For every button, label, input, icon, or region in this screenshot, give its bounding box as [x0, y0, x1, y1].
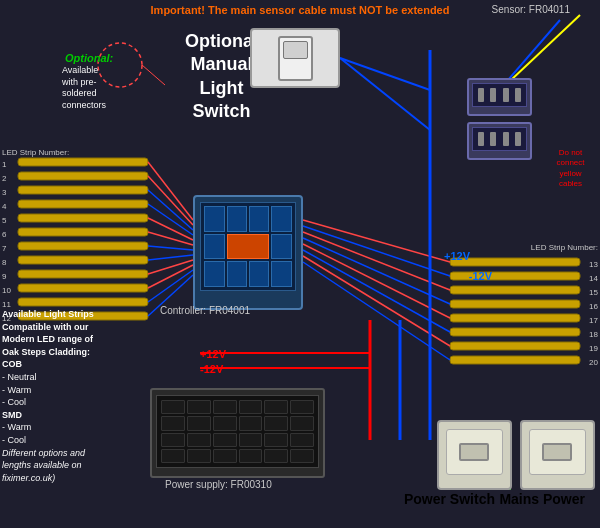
relay-pin	[490, 88, 496, 102]
mains-switch-button[interactable]	[542, 443, 572, 461]
ps-cell	[187, 416, 211, 430]
cool-item-1: - Cool	[2, 397, 26, 407]
controller-label: Controller: FR04001	[160, 305, 250, 316]
ps-cell	[187, 400, 211, 414]
footer-text: Different options andlengths available o…	[2, 448, 85, 483]
cob-label: COB	[2, 359, 22, 369]
switch-toggle[interactable]	[278, 36, 313, 81]
power-switch-box[interactable]	[437, 420, 512, 490]
power-supply-inner	[156, 395, 318, 468]
warning-banner: Important! The main sensor cable must NO…	[30, 4, 570, 16]
relay-inner-1	[472, 83, 527, 107]
plus12v-label-1: +12V	[200, 348, 226, 360]
main-title: OptionalManualLightSwitch	[185, 30, 258, 124]
ps-cell	[264, 416, 288, 430]
ps-cell	[161, 433, 185, 447]
ps-cell	[290, 449, 314, 463]
led-strip-number-label-left: LED Strip Number:	[2, 148, 69, 157]
cool-item-2: - Cool	[2, 435, 26, 445]
smd-label: SMD	[2, 410, 22, 420]
ps-cell	[264, 400, 288, 414]
light-switch-box[interactable]	[250, 28, 340, 88]
available-strips-title: Available Light StripsCompatible with ou…	[2, 309, 94, 357]
ps-cell	[213, 400, 237, 414]
minus12v-label: -12V	[200, 363, 223, 375]
relay-box-1	[467, 78, 532, 116]
ps-cell	[239, 416, 263, 430]
relay-pin	[515, 88, 521, 102]
ps-cell	[290, 433, 314, 447]
optional-label: Optional:	[65, 52, 113, 64]
optional-sub: Availablewith pre-solderedconnectors	[62, 65, 106, 112]
ps-cell	[161, 449, 185, 463]
ps-cell	[187, 433, 211, 447]
controller-box	[193, 195, 303, 310]
relay-pin	[478, 132, 484, 146]
relay-pin	[478, 88, 484, 102]
minus12v-label-2: -12V	[469, 270, 492, 282]
controller-inner	[200, 202, 295, 291]
power-switch-inner	[446, 429, 503, 475]
warm-item-2: - Warm	[2, 422, 31, 432]
neutral-item: - Neutral	[2, 372, 37, 382]
relay-box-2	[467, 122, 532, 160]
ps-cell	[264, 449, 288, 463]
ps-cell	[239, 449, 263, 463]
main-diagram: Important! The main sensor cable must NO…	[0, 0, 600, 528]
ps-cell	[161, 400, 185, 414]
ps-cell	[290, 416, 314, 430]
power-supply-box	[150, 388, 325, 478]
relay-pin	[503, 132, 509, 146]
power-switch-label: Power Switch	[404, 490, 495, 508]
ps-cell	[213, 433, 237, 447]
plus12v-label-2: +12V	[444, 250, 470, 262]
relay-inner-2	[472, 127, 527, 151]
available-strips-text: Available Light StripsCompatible with ou…	[2, 308, 132, 484]
mains-power-label: Mains Power	[499, 490, 585, 508]
ps-cell	[239, 400, 263, 414]
ps-cell	[213, 449, 237, 463]
ps-cell	[213, 416, 237, 430]
warm-item-1: - Warm	[2, 385, 31, 395]
power-supply-label: Power supply: FR00310	[165, 479, 272, 490]
sensor-label: Sensor: FR04011	[492, 4, 570, 15]
power-switch-button[interactable]	[459, 443, 489, 461]
ps-cell	[187, 449, 211, 463]
mains-power-box[interactable]	[520, 420, 595, 490]
ps-cell	[161, 416, 185, 430]
switch-nub	[283, 41, 308, 59]
led-numbers-right: 1314151617181920	[589, 258, 598, 370]
relay-pin	[490, 132, 496, 146]
relay-pin	[503, 88, 509, 102]
do-not-connect-label: Do notconnectyellowcables	[543, 148, 598, 190]
ps-cell	[264, 433, 288, 447]
led-numbers-left: 123456789101112	[2, 158, 11, 326]
ps-cell	[290, 400, 314, 414]
relay-pin	[515, 132, 521, 146]
led-strip-number-label-right: LED Strip Number:	[531, 243, 598, 252]
ps-cell	[239, 433, 263, 447]
mains-switch-area	[529, 429, 586, 475]
